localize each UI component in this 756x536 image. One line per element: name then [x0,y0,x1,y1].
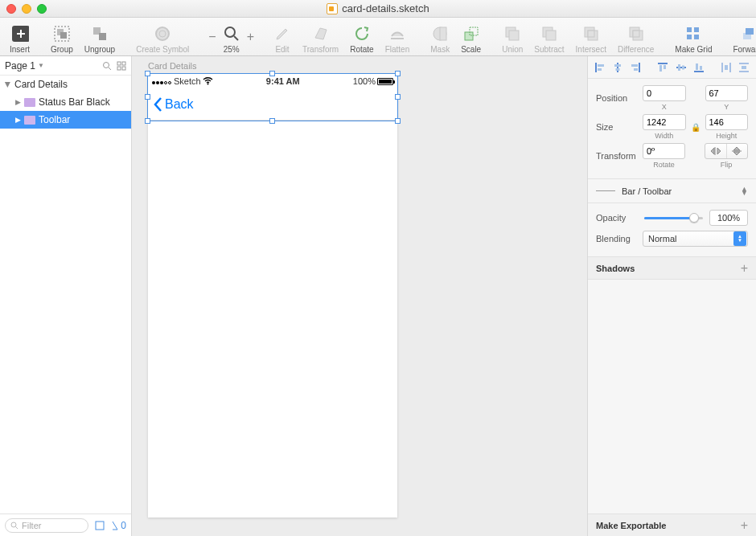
svg-rect-10 [465,32,473,40]
layer-row-selected[interactable]: ▶ Toolbar [0,111,131,129]
svg-rect-48 [725,65,728,70]
battery-percent: 100% [353,76,376,86]
intersect-label: Intersect [576,45,606,54]
align-center-h-icon[interactable] [610,60,625,75]
edit-button[interactable]: Edit [269,18,296,54]
svg-point-33 [11,522,16,527]
difference-icon [627,25,645,43]
zoom-label: 25% [224,45,240,54]
svg-point-35 [207,84,208,85]
svg-rect-25 [694,35,699,39]
svg-rect-39 [616,68,620,71]
blending-select[interactable]: Normal ▲▼ [643,231,748,247]
distribute-v-icon[interactable] [737,60,751,75]
difference-button[interactable]: Difference [613,18,659,54]
filter-input[interactable]: Filter [5,518,88,533]
rotate-button[interactable]: Rotate [345,18,378,54]
zoom-button[interactable]: 25% [221,18,242,54]
svg-rect-49 [742,66,746,69]
artboard-row[interactable]: ▶ Card Details [0,76,131,93]
make-grid-button[interactable]: Make Grid [670,18,717,54]
inspector: Position X Y Size Width 🔒 Height Transfo… [587,56,756,536]
distribute-h-icon[interactable] [719,60,733,75]
create-symbol-label: Create Symbol [136,45,189,54]
opacity-value[interactable]: 100% [709,210,748,226]
flip-group: Flip [705,143,748,169]
shadows-section-header[interactable]: Shadows + [588,257,756,280]
window-title: card-details.sketch [0,2,756,14]
svg-rect-42 [659,65,662,72]
flip-horizontal-button[interactable] [705,144,727,158]
y-input[interactable] [705,85,749,101]
artboard[interactable]: Sketch 9:41 AM 100% Back [148,74,397,518]
mask-button[interactable]: Mask [425,18,454,54]
group-icon [53,25,71,43]
rotate-icon [353,25,371,43]
svg-rect-45 [682,65,684,69]
scale-label: Scale [461,45,481,54]
svg-rect-37 [598,68,602,71]
lock-aspect-icon[interactable]: 🔒 [691,123,701,132]
ios-status-bar: Sketch 9:41 AM 100% [148,74,397,88]
flatten-button[interactable]: Flatten [380,18,415,54]
ungroup-icon [91,25,109,43]
union-button[interactable]: Union [497,18,528,54]
page-selector[interactable]: Page 1▼ [0,56,131,76]
x-sublabel: X [662,103,667,111]
export-section-header[interactable]: Make Exportable + [588,513,756,536]
add-export-button[interactable]: + [741,518,748,533]
align-top-icon[interactable] [655,60,670,75]
disclosure-triangle-icon[interactable]: ▶ [14,98,21,106]
blending-value: Normal [648,234,676,243]
artboard-filter-icon[interactable] [95,521,105,530]
align-right-icon[interactable] [628,60,643,75]
intersect-button[interactable]: Intersect [571,18,611,54]
slice-count: 0 [121,520,126,531]
artboard-label[interactable]: Card Details [148,61,197,71]
toolbar: Insert Group Ungroup Create Symbol − 25%… [0,18,756,56]
transform-button[interactable]: Transform [298,18,343,54]
canvas[interactable]: Card Details Sketch 9:41 AM 100% Back [132,56,587,536]
flatten-label: Flatten [385,45,410,54]
scale-button[interactable]: Scale [456,18,486,54]
zoom-out-button[interactable]: − [205,30,219,54]
forward-label: Forward [733,45,756,54]
forward-button[interactable]: Forward [728,18,756,54]
opacity-section: Opacity 100% Blending Normal ▲▼ [588,203,756,257]
search-icon[interactable] [102,61,112,71]
insert-button[interactable]: Insert [5,18,35,54]
shared-style-select[interactable]: Bar / Toolbar ▲▼ [588,179,756,203]
layer-name: Toolbar [39,114,70,125]
svg-rect-24 [687,35,692,39]
ungroup-button[interactable]: Ungroup [80,18,120,54]
align-bottom-icon[interactable] [692,60,706,75]
rotate-input[interactable] [643,143,685,159]
carrier-text: Sketch [174,76,201,86]
layers-sidebar: Page 1▼ ▶ Card Details ▶ Status Bar Blac… [0,56,132,536]
flip-vertical-button[interactable] [727,144,748,158]
export-label: Make Exportable [596,521,666,530]
slice-filter-icon[interactable]: 0 [111,520,126,531]
zoom-in-button[interactable]: + [244,30,257,54]
width-input[interactable] [643,114,686,130]
group-button[interactable]: Group [46,18,78,54]
layer-row[interactable]: ▶ Status Bar Black [0,93,131,111]
subtract-button[interactable]: Subtract [529,18,569,54]
back-button[interactable]: Back [153,96,194,113]
svg-rect-9 [440,27,446,40]
align-left-icon[interactable] [593,60,607,75]
opacity-slider[interactable] [644,212,703,223]
align-center-v-icon[interactable] [674,60,688,75]
size-label: Size [596,122,638,132]
disclosure-triangle-icon[interactable]: ▶ [4,81,12,88]
grid-icon[interactable] [117,61,126,71]
disclosure-triangle-icon[interactable]: ▶ [14,116,21,124]
window-title-text: card-details.sketch [342,2,429,14]
x-input[interactable] [643,85,686,101]
union-label: Union [502,45,523,54]
edit-icon [273,25,291,43]
add-shadow-button[interactable]: + [741,261,748,276]
height-input[interactable] [705,114,749,130]
create-symbol-button[interactable]: Create Symbol [131,18,194,54]
line-icon [596,190,615,191]
